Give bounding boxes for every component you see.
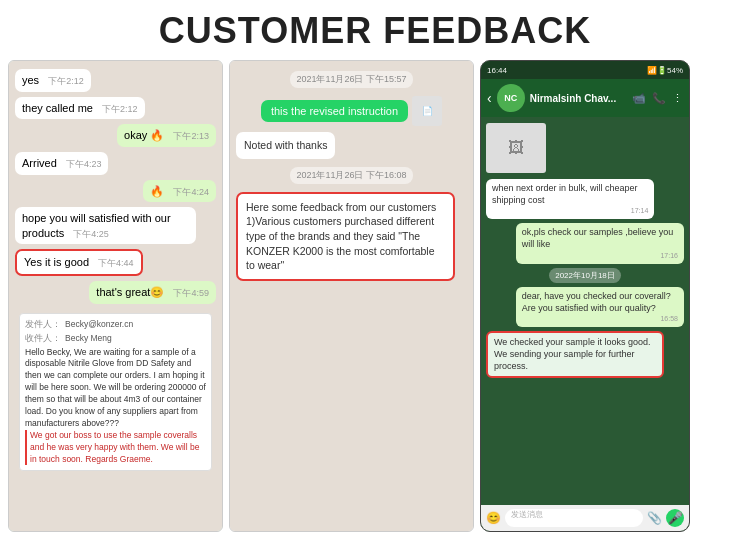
message-input[interactable]: 发送消息: [505, 509, 643, 527]
revised-instruction-row: this the revised instruction 📄: [236, 96, 467, 126]
email-section: 发件人： Becky@konzer.cn 收件人： Becky Meng Hel…: [19, 313, 212, 472]
chat-bubble-arrived: Arrived 下午4:23: [15, 152, 108, 175]
status-icons: 📶🔋54%: [647, 66, 683, 75]
middle-chat-bg: 2021年11月26日 下午15:57 this the revised ins…: [230, 61, 473, 531]
phone-chat-area: 🖼 when next order in bulk, will cheaper …: [481, 117, 689, 505]
phone-statusbar: 16:44 📶🔋54%: [481, 61, 689, 79]
email-highlight: We got our boss to use the sample covera…: [25, 430, 206, 466]
chat-bubble-great: that's great😊 下午4:59: [89, 281, 216, 304]
phone-action-icons: 📹 📞 ⋮: [632, 92, 683, 105]
shared-image: 🖼: [486, 123, 546, 173]
revised-instruction-bubble: this the revised instruction: [261, 100, 408, 122]
back-icon[interactable]: ‹: [487, 90, 492, 106]
left-chat-bg: yes 下午2:12 they called me 下午2:12 okay 🔥 …: [9, 61, 222, 531]
emoji-icon[interactable]: 😊: [486, 511, 501, 525]
chat-bubble-hope: hope you will satisfied with our product…: [15, 207, 196, 244]
right-panel: 16:44 📶🔋54% ‹ NC Nirmalsinh Chav... 📹 📞 …: [480, 60, 690, 532]
middle-panel: 2021年11月26日 下午15:57 this the revised ins…: [229, 60, 474, 532]
phone-date-chip: 2022年10月18日: [549, 268, 621, 283]
feedback-bubble: Here some feedback from our customers 1)…: [236, 192, 455, 281]
list-item: yes 下午2:12: [15, 69, 216, 92]
more-icon[interactable]: ⋮: [672, 92, 683, 105]
phone-bubble-1: when next order in bulk, will cheaper sh…: [486, 179, 654, 219]
left-panel: yes 下午2:12 they called me 下午2:12 okay 🔥 …: [8, 60, 223, 532]
chat-bubble-yes-good: Yes it is good 下午4:44: [15, 249, 143, 276]
chat-bubble-fire: 🔥 下午4:24: [143, 180, 216, 203]
date-stamp-1: 2021年11月26日 下午15:57: [290, 71, 412, 88]
chat-bubble-called: they called me 下午2:12: [15, 97, 145, 120]
date-stamp-2: 2021年11月26日 下午16:08: [290, 167, 412, 184]
email-body: Hello Becky, We are waiting for a sample…: [25, 347, 206, 430]
contact-name: Nirmalsinh Chav...: [530, 93, 627, 104]
chat-bubble-yes: yes 下午2:12: [15, 69, 91, 92]
list-item: Yes it is good 下午4:44: [15, 249, 216, 276]
list-item: okay 🔥 下午2:13: [15, 124, 216, 147]
attach-icon[interactable]: 📎: [647, 511, 662, 525]
status-time: 16:44: [487, 66, 507, 75]
attachment-thumb: 📄: [412, 96, 442, 126]
phone-bubble-3: dear, have you checked our coverall? Are…: [516, 287, 684, 327]
phone-highlight-bubble: We checked your sample it looks good. We…: [486, 331, 664, 378]
list-item: that's great😊 下午4:59: [15, 281, 216, 304]
email-to-row: 收件人： Becky Meng: [25, 333, 206, 345]
email-header: 发件人： Becky@konzer.cn: [25, 319, 206, 331]
list-item: Arrived 下午4:23: [15, 152, 216, 175]
list-item: 🔥 下午4:24: [15, 180, 216, 203]
content-area: yes 下午2:12 they called me 下午2:12 okay 🔥 …: [0, 60, 750, 540]
phone-input-bar: 😊 发送消息 📎 🎤: [481, 505, 689, 531]
list-item: they called me 下午2:12: [15, 97, 216, 120]
page-title: CUSTOMER FEEDBACK: [0, 0, 750, 60]
chat-bubble-okay: okay 🔥 下午2:13: [117, 124, 216, 147]
list-item: hope you will satisfied with our product…: [15, 207, 216, 244]
noted-bubble: Noted with thanks: [236, 132, 335, 159]
phone-header: ‹ NC Nirmalsinh Chav... 📹 📞 ⋮: [481, 79, 689, 117]
avatar: NC: [497, 84, 525, 112]
mic-icon[interactable]: 🎤: [666, 509, 684, 527]
video-call-icon[interactable]: 📹: [632, 92, 646, 105]
call-icon[interactable]: 📞: [652, 92, 666, 105]
image-row: 🖼: [486, 121, 684, 175]
phone-bubble-2: ok,pls check our samples ,believe you wi…: [516, 223, 684, 263]
